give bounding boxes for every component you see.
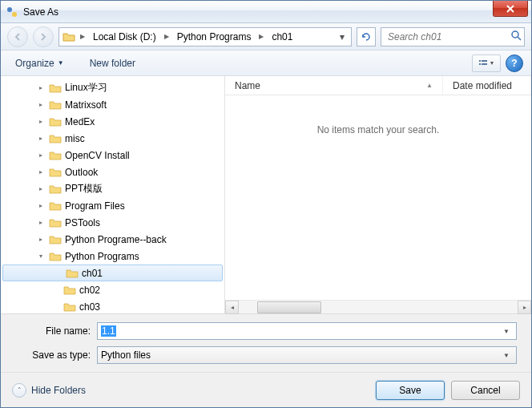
cancel-button[interactable]: Cancel xyxy=(451,381,520,400)
file-name-field[interactable]: 1.1 ▼ xyxy=(97,322,517,340)
expand-icon[interactable]: ▸ xyxy=(36,236,46,243)
nav-back-button[interactable] xyxy=(7,26,28,47)
folder-icon xyxy=(49,82,62,95)
folder-icon xyxy=(62,30,75,43)
chevron-right-icon[interactable]: ▶ xyxy=(79,33,87,40)
folder-tree[interactable]: ▸Linux学习▸Matrixsoft▸MedEx▸misc▸OpenCV In… xyxy=(1,76,225,313)
chevron-right-icon[interactable]: ▶ xyxy=(257,33,265,40)
window-title: Save As xyxy=(23,6,58,18)
help-button[interactable]: ? xyxy=(506,55,523,72)
folder-icon xyxy=(49,99,62,111)
scroll-right-button[interactable]: ▸ xyxy=(518,301,531,314)
save-as-dialog: Save As ▶ Local Disk (D:) ▶ Python Progr… xyxy=(0,0,532,408)
expand-icon[interactable]: ▸ xyxy=(36,101,46,108)
tree-item[interactable]: ▸Outlook xyxy=(1,164,224,180)
breadcrumb-item[interactable]: Local Disk (D:) xyxy=(88,30,161,44)
expand-icon[interactable]: ▸ xyxy=(36,168,46,176)
action-bar: ˄ Hide Folders Save Cancel xyxy=(1,372,531,407)
toolbar: Organize ▼ New folder ▼ ? xyxy=(1,50,531,76)
save-type-label: Save as type: xyxy=(9,349,97,361)
tree-item-label: Linux学习 xyxy=(65,81,107,95)
folder-icon xyxy=(49,200,62,212)
tree-item-label: ch03 xyxy=(79,301,100,313)
list-view-icon xyxy=(478,59,488,68)
tree-item[interactable]: ch02 xyxy=(1,281,224,298)
folder-icon xyxy=(49,115,62,128)
hide-folders-button[interactable]: ˄ Hide Folders xyxy=(12,383,86,398)
view-options-button[interactable]: ▼ xyxy=(472,55,501,72)
folder-icon xyxy=(63,284,76,297)
folder-icon xyxy=(49,149,62,162)
expand-icon[interactable]: ▸ xyxy=(36,135,46,142)
title-bar: Save As xyxy=(1,1,531,23)
expand-icon[interactable]: ▾ xyxy=(36,252,46,260)
file-name-value[interactable]: 1.1 xyxy=(101,325,116,337)
tree-item[interactable]: ▸OpenCV Install xyxy=(1,147,224,164)
chevron-up-icon: ˄ xyxy=(12,383,26,398)
chevron-down-icon[interactable]: ▼ xyxy=(500,352,513,359)
close-icon xyxy=(506,5,514,13)
tree-item-label: misc xyxy=(65,133,85,144)
svg-rect-5 xyxy=(482,60,487,62)
refresh-icon xyxy=(361,31,372,42)
breadcrumb-item[interactable]: ch01 xyxy=(267,30,297,44)
save-type-field[interactable]: Python files ▼ xyxy=(97,346,517,364)
tree-item[interactable]: ch03 xyxy=(1,298,224,313)
expand-icon[interactable]: ▸ xyxy=(36,151,46,159)
expand-icon[interactable]: ▸ xyxy=(36,219,46,226)
tree-item-label: PSTools xyxy=(65,217,100,228)
organize-button[interactable]: Organize ▼ xyxy=(9,55,71,72)
chevron-down-icon: ▼ xyxy=(490,60,495,66)
chevron-right-icon[interactable]: ▶ xyxy=(163,33,171,40)
empty-message: No items match your search. xyxy=(225,95,531,300)
tree-item-label: PPT模版 xyxy=(65,182,103,196)
svg-point-0 xyxy=(7,7,12,12)
expand-icon[interactable]: ▸ xyxy=(36,84,46,91)
tree-item-label: Matrixsoft xyxy=(65,99,107,111)
search-input[interactable] xyxy=(386,30,510,43)
breadcrumb-item[interactable]: Python Programs xyxy=(172,30,256,44)
expand-icon[interactable]: ▸ xyxy=(36,185,46,192)
address-bar[interactable]: ▶ Local Disk (D:) ▶ Python Programs ▶ ch… xyxy=(58,27,352,46)
arrow-right-icon xyxy=(39,33,47,41)
scroll-thumb[interactable] xyxy=(257,301,321,313)
tree-item[interactable]: ▸Matrixsoft xyxy=(1,96,224,113)
tree-item-label: ch02 xyxy=(79,285,100,296)
tree-item[interactable]: ▾Python Programs xyxy=(1,248,224,265)
svg-point-2 xyxy=(512,31,518,38)
close-button[interactable] xyxy=(493,1,528,17)
horizontal-scrollbar[interactable]: ◂ ▸ xyxy=(225,300,531,313)
address-dropdown[interactable]: ▾ xyxy=(337,30,348,44)
nav-forward-button[interactable] xyxy=(33,26,54,47)
tree-item[interactable]: ▸PPT模版 xyxy=(1,180,224,197)
list-header: Name ▲ Date modified xyxy=(225,76,531,95)
tree-item[interactable]: ▸Program Files xyxy=(1,197,224,214)
chevron-down-icon: ▼ xyxy=(58,59,64,67)
nav-bar: ▶ Local Disk (D:) ▶ Python Programs ▶ ch… xyxy=(1,23,531,50)
svg-rect-7 xyxy=(482,63,487,65)
new-folder-button[interactable]: New folder xyxy=(83,55,142,72)
svg-line-3 xyxy=(518,37,521,40)
file-name-label: File name: xyxy=(9,325,97,337)
search-icon[interactable] xyxy=(510,30,522,43)
expand-icon[interactable]: ▸ xyxy=(36,118,46,125)
expand-icon[interactable]: ▸ xyxy=(36,202,46,209)
chevron-down-icon[interactable]: ▼ xyxy=(500,328,513,335)
column-name[interactable]: Name ▲ xyxy=(225,76,443,95)
tree-item[interactable]: ▸Linux学习 xyxy=(1,79,224,96)
save-type-value: Python files xyxy=(101,349,151,361)
tree-item[interactable]: ▸MedEx xyxy=(1,113,224,130)
refresh-button[interactable] xyxy=(357,27,376,46)
save-button[interactable]: Save xyxy=(376,381,445,400)
search-box[interactable] xyxy=(381,27,525,46)
scroll-left-button[interactable]: ◂ xyxy=(225,301,239,314)
arrow-left-icon xyxy=(14,33,22,41)
tree-item-label: OpenCV Install xyxy=(65,150,130,161)
tree-item[interactable]: ▸misc xyxy=(1,130,224,147)
tree-item[interactable]: ch01 xyxy=(2,265,223,281)
folder-icon xyxy=(49,216,62,229)
tree-item[interactable]: ▸Python Programe--back xyxy=(1,231,224,248)
folder-icon xyxy=(49,233,62,246)
tree-item[interactable]: ▸PSTools xyxy=(1,214,224,231)
column-date[interactable]: Date modified xyxy=(443,76,531,95)
